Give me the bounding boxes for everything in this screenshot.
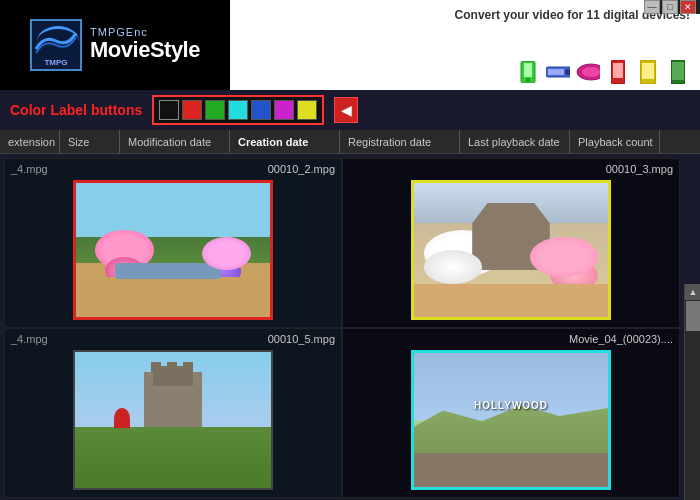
col-extension[interactable]: extension — [0, 130, 60, 153]
moviestyle-label: MovieStyle — [90, 38, 200, 62]
svg-rect-11 — [613, 63, 623, 78]
device-phone-red — [606, 62, 630, 82]
device-phone-yellow — [636, 62, 660, 82]
thumb-wrapper-2 — [347, 177, 675, 323]
video-thumb-2 — [411, 180, 611, 320]
scroll-thumb[interactable] — [686, 301, 700, 331]
video-grid-container: _4.mpg 00010_2.mpg — [0, 154, 684, 500]
color-btn-magenta[interactable] — [274, 100, 294, 120]
banner-left: TMPG TMPGEnc MovieStyle — [0, 0, 230, 90]
device-icons — [516, 62, 690, 82]
svg-rect-3 — [524, 63, 532, 77]
thumb-wrapper-4: HOLLYWOOD — [347, 347, 675, 493]
logo-box: TMPG TMPGEnc MovieStyle — [30, 19, 200, 71]
device-player-blue — [546, 62, 570, 82]
video-cell-1[interactable]: _4.mpg 00010_2.mpg — [4, 158, 342, 328]
thumb-flowers-scene — [414, 183, 608, 317]
color-btn-cyan[interactable] — [228, 100, 248, 120]
video-filename-3: 00010_5.mpg — [268, 333, 335, 345]
thumb-garden-scene — [76, 183, 270, 317]
col-regdate[interactable]: Registration date — [340, 130, 460, 153]
col-playcount[interactable]: Playback count — [570, 130, 660, 153]
content-area: _4.mpg 00010_2.mpg — [0, 154, 700, 500]
banner-right: Convert your video for 11 digital device… — [230, 0, 700, 90]
color-btn-yellow[interactable] — [297, 100, 317, 120]
video-left-label-3: _4.mpg — [11, 333, 48, 345]
color-label-title: Color Label buttons — [10, 102, 142, 118]
scroll-up-button[interactable]: ▲ — [685, 284, 700, 300]
color-btn-black[interactable] — [159, 100, 179, 120]
svg-text:TMPG: TMPG — [44, 58, 67, 67]
back-button[interactable]: ◀ — [334, 97, 358, 123]
thumb-castle-scene — [75, 352, 271, 488]
video-thumb-3 — [73, 350, 273, 490]
video-thumb-1 — [73, 180, 273, 320]
close-button[interactable]: ✕ — [680, 0, 696, 14]
scrollbar[interactable]: ▲ ▼ — [684, 284, 700, 500]
thumb-wrapper-1 — [9, 177, 337, 323]
tmpg-logo: TMPG — [30, 19, 82, 71]
col-createdate[interactable]: Creation date — [230, 130, 340, 153]
thumb-wrapper-3 — [9, 347, 337, 493]
svg-rect-15 — [672, 62, 684, 80]
video-cell-2[interactable]: 00010_3.mpg — [342, 158, 680, 328]
video-thumb-4: HOLLYWOOD — [411, 350, 611, 490]
svg-rect-13 — [642, 63, 654, 79]
col-size[interactable]: Size — [60, 130, 120, 153]
top-banner: TMPG TMPGEnc MovieStyle Convert your vid… — [0, 0, 700, 90]
device-oval-pink — [576, 62, 600, 82]
video-cell-4[interactable]: Movie_04_(00023).... — [342, 328, 680, 498]
video-filename-1: 00010_2.mpg — [268, 163, 335, 175]
device-phone-green — [516, 62, 540, 82]
video-filename-4: Movie_04_(00023).... — [569, 333, 673, 345]
color-buttons-container[interactable] — [152, 95, 324, 125]
video-grid: _4.mpg 00010_2.mpg — [0, 154, 684, 500]
column-headers: extension Size Modification date Creatio… — [0, 130, 700, 154]
video-filename-2: 00010_3.mpg — [606, 163, 673, 175]
color-btn-blue[interactable] — [251, 100, 271, 120]
color-btn-red[interactable] — [182, 100, 202, 120]
device-device-green2 — [666, 62, 690, 82]
hollywood-sign-text: HOLLYWOOD — [474, 400, 548, 411]
svg-rect-6 — [548, 69, 564, 75]
thumb-hollywood-scene: HOLLYWOOD — [414, 353, 608, 487]
video-cell-3[interactable]: _4.mpg 00010_5.mpg — [4, 328, 342, 498]
svg-point-9 — [582, 67, 600, 77]
logo-text: TMPGEnc MovieStyle — [90, 26, 200, 62]
color-label-section: Color Label buttons ◀ — [0, 90, 700, 130]
svg-point-4 — [526, 78, 530, 82]
col-moddate[interactable]: Modification date — [120, 130, 230, 153]
maximize-button[interactable]: □ — [662, 0, 678, 14]
video-left-label-1: _4.mpg — [11, 163, 48, 175]
window-controls[interactable]: — □ ✕ — [644, 0, 700, 14]
minimize-button[interactable]: — — [644, 0, 660, 14]
col-lastplay[interactable]: Last playback date — [460, 130, 570, 153]
color-btn-green[interactable] — [205, 100, 225, 120]
